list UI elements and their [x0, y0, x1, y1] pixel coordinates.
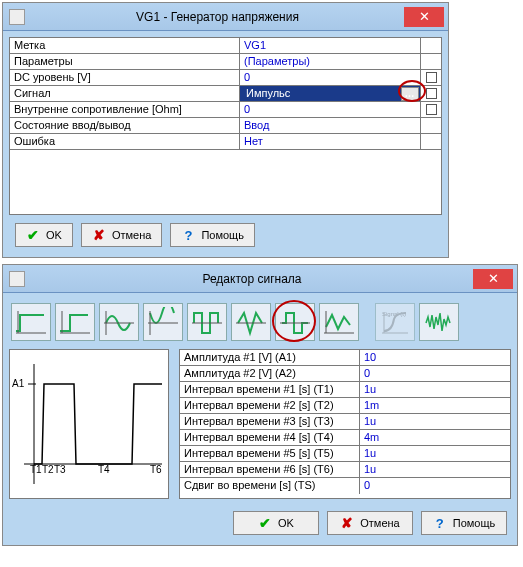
waveform-toolbar: Signal (t)	[9, 299, 511, 349]
wave-noise-icon[interactable]	[419, 303, 459, 341]
row-error[interactable]: Ошибка Нет	[10, 134, 441, 150]
row-signal[interactable]: Сигнал Импульс …	[10, 86, 441, 102]
prop-chk	[421, 134, 441, 149]
row-interval-5[interactable]: Интервал времени #5 [s] (T5)1u	[180, 446, 510, 462]
prop-value[interactable]: Ввод	[240, 118, 421, 133]
help-button[interactable]: ?Помощь	[170, 223, 255, 247]
wave-square-icon[interactable]	[187, 303, 227, 341]
row-label[interactable]: Метка VG1	[10, 38, 441, 54]
prop-chk[interactable]	[421, 86, 441, 101]
prop-name: DC уровень [V]	[10, 70, 240, 85]
close-button[interactable]: ✕	[473, 269, 513, 289]
x-icon: ✘	[340, 516, 354, 530]
properties-grid: Метка VG1 Параметры (Параметры) DC урове…	[9, 37, 442, 215]
browse-button[interactable]: …	[401, 87, 419, 101]
prop-chk	[421, 38, 441, 53]
row-interval-1[interactable]: Интервал времени #1 [s] (T1)1u	[180, 382, 510, 398]
wave-pulse-icon[interactable]	[275, 303, 315, 341]
waveform-preview: A1 T1 T2 T3 T4 T6	[9, 349, 169, 499]
cancel-button[interactable]: ✘Отмена	[327, 511, 413, 535]
footer-buttons: ✔OK ✘Отмена ?Помощь	[9, 499, 511, 539]
row-dc-level[interactable]: DC уровень [V] 0	[10, 70, 441, 86]
question-icon: ?	[181, 228, 195, 242]
check-icon: ✔	[258, 516, 272, 530]
row-interval-6[interactable]: Интервал времени #6 [s] (T6)1u	[180, 462, 510, 478]
check-icon: ✔	[26, 228, 40, 242]
question-icon: ?	[433, 516, 447, 530]
row-interval-4[interactable]: Интервал времени #4 [s] (T4)4m	[180, 430, 510, 446]
app-icon	[9, 271, 25, 287]
wave-triangle-icon[interactable]	[231, 303, 271, 341]
row-amplitude-1[interactable]: Амплитуда #1 [V] (A1)10	[180, 350, 510, 366]
ok-button[interactable]: ✔OK	[15, 223, 73, 247]
prop-name: Метка	[10, 38, 240, 53]
footer-buttons: ✔OK ✘Отмена ?Помощь	[9, 215, 442, 251]
titlebar[interactable]: Редактор сигнала ✕	[3, 265, 517, 293]
wave-cosine-icon[interactable]	[143, 303, 183, 341]
prop-chk	[421, 54, 441, 69]
wave-step-icon[interactable]	[55, 303, 95, 341]
wave-sine-icon[interactable]	[99, 303, 139, 341]
voltage-generator-window: VG1 - Генератор напряжения ✕ Метка VG1 П…	[2, 2, 449, 258]
prop-value[interactable]: (Параметры)	[240, 54, 421, 69]
window-title: Редактор сигнала	[31, 272, 473, 286]
prop-chk[interactable]	[421, 102, 441, 117]
prop-name: Параметры	[10, 54, 240, 69]
wave-signal-t-icon[interactable]: Signal (t)	[375, 303, 415, 341]
wave-pwl-icon[interactable]	[319, 303, 359, 341]
prop-chk	[421, 118, 441, 133]
row-parameters[interactable]: Параметры (Параметры)	[10, 54, 441, 70]
row-io-state[interactable]: Состояние ввод/вывод Ввод	[10, 118, 441, 134]
cancel-button[interactable]: ✘Отмена	[81, 223, 162, 247]
axis-t3: T3	[54, 464, 66, 475]
axis-t1: T1	[30, 464, 42, 475]
prop-value[interactable]: Импульс …	[240, 86, 421, 101]
app-icon	[9, 9, 25, 25]
prop-name: Состояние ввод/вывод	[10, 118, 240, 133]
axis-t4: T4	[98, 464, 110, 475]
prop-chk[interactable]	[421, 70, 441, 85]
prop-name: Сигнал	[10, 86, 240, 101]
row-interval-3[interactable]: Интервал времени #3 [s] (T3)1u	[180, 414, 510, 430]
prop-name: Ошибка	[10, 134, 240, 149]
prop-value[interactable]: Нет	[240, 134, 421, 149]
x-icon: ✘	[92, 228, 106, 242]
prop-name: Внутренне сопротивление [Ohm]	[10, 102, 240, 117]
prop-value[interactable]: 0	[240, 102, 421, 117]
row-internal-resistance[interactable]: Внутренне сопротивление [Ohm] 0	[10, 102, 441, 118]
signal-params-grid: Амплитуда #1 [V] (A1)10 Амплитуда #2 [V]…	[179, 349, 511, 499]
axis-t6: T6	[150, 464, 162, 475]
ok-button[interactable]: ✔OK	[233, 511, 319, 535]
row-time-shift[interactable]: Сдвиг во времени [s] (TS)0	[180, 478, 510, 494]
prop-value[interactable]: 0	[240, 70, 421, 85]
signal-editor-window: Редактор сигнала ✕ Signal (t)	[2, 264, 518, 546]
row-amplitude-2[interactable]: Амплитуда #2 [V] (A2)0	[180, 366, 510, 382]
prop-value[interactable]: VG1	[240, 38, 421, 53]
axis-t2: T2	[42, 464, 54, 475]
titlebar[interactable]: VG1 - Генератор напряжения ✕	[3, 3, 448, 31]
window-title: VG1 - Генератор напряжения	[31, 10, 404, 24]
close-button[interactable]: ✕	[404, 7, 444, 27]
wave-dc-icon[interactable]	[11, 303, 51, 341]
help-button[interactable]: ?Помощь	[421, 511, 507, 535]
row-interval-2[interactable]: Интервал времени #2 [s] (T2)1m	[180, 398, 510, 414]
axis-a1: A1	[12, 378, 24, 389]
